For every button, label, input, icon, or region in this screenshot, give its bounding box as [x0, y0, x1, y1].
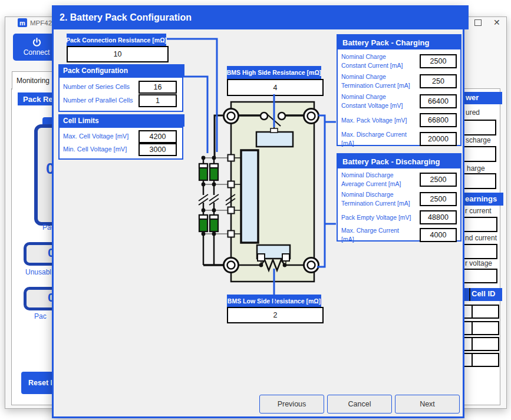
min-cell-voltage-label: Min. Cell Voltage [mV]: [63, 145, 127, 153]
discharging-row-3: Pack Empty Voltage [mV] 48800: [341, 210, 457, 225]
charging-row-1: Nominal ChargeConstant Current [mA] 2500: [341, 52, 457, 70]
bms-high-side-header: BMS High Side Resistance [mΩ]: [227, 66, 321, 79]
cell-id-header-label: Cell ID: [472, 289, 495, 298]
discharge-label: scharge: [466, 136, 491, 144]
pack-connection-resistance-header: Pack Connection Resistance [mΩ]: [67, 34, 166, 46]
charging-row-1-input[interactable]: 2500: [420, 54, 457, 68]
discharging-row-3-input[interactable]: 48800: [420, 210, 457, 224]
cell-limits-header: Cell Limits: [58, 114, 184, 127]
reset-button-label: Reset I: [28, 379, 52, 387]
charging-row-5-input[interactable]: 20000: [420, 132, 457, 146]
charging-row-4-label: Max. Pack Voltage [mV]: [341, 116, 407, 125]
tab-monitoring-label: Monitoring: [17, 77, 50, 85]
discharging-row-2-input[interactable]: 2500: [420, 192, 457, 206]
cell-row-3-id-input[interactable]: [472, 337, 499, 351]
charging-row-3-input[interactable]: 66400: [420, 94, 457, 108]
previous-button[interactable]: Previous: [259, 395, 324, 414]
discharging-row-4-input[interactable]: 4000: [420, 228, 457, 242]
connect-label: Connect: [24, 48, 50, 57]
bms-low-side-input[interactable]: 2: [227, 307, 324, 323]
discharging-panel: Battery Pack - Discharging Nominal Disch…: [337, 153, 461, 242]
discharging-row-3-label: Pack Empty Voltage [mV]: [341, 213, 411, 222]
pack2-label: Pac: [34, 312, 47, 320]
pack-configuration-header: Pack Configuration: [58, 64, 184, 77]
charging-row-5: Max. Discharge Current[mA] 20000: [341, 130, 457, 148]
discharging-row-1: Nominal DischargeAverage Current [mA] 25…: [341, 171, 457, 188]
discharging-row-1-label: Nominal DischargeAverage Current [mA]: [341, 171, 401, 188]
cell-row-4-id-input[interactable]: [472, 353, 499, 367]
charging-row-1-label: Nominal ChargeConstant Current [mA]: [341, 52, 403, 70]
charging-row-4: Max. Pack Voltage [mV] 66800: [341, 112, 457, 128]
max-cell-voltage-label: Max. Cell Voltage [mV]: [63, 133, 128, 140]
charging-row-3: Nominal ChargeConstant Voltage [mV] 6640…: [341, 92, 457, 110]
field2-label: nd current: [465, 234, 497, 242]
charging-row-2: Nominal ChargeTermination Current [mA] 2…: [341, 72, 457, 90]
charging-row-5-label: Max. Discharge Current[mA]: [341, 130, 407, 148]
charging-row-4-input[interactable]: 66800: [420, 113, 457, 127]
mps-logo-icon: m: [18, 18, 27, 27]
learnings-header-label: earnings: [465, 194, 497, 203]
discharging-panel-header: Battery Pack - Discharging: [338, 154, 460, 168]
cell-row-2-id-input[interactable]: [472, 321, 499, 335]
charging-row-3-label: Nominal ChargeConstant Voltage [mV]: [341, 92, 403, 110]
screen: m MPF4279 ✕ Connect Monitoring Pack Re 0…: [0, 0, 511, 420]
power-header-label: wer: [466, 93, 479, 102]
parallel-cells-label: Number of Parallel Cells: [63, 97, 133, 104]
maximize-button[interactable]: [474, 19, 482, 26]
charging-row-2-input[interactable]: 250: [420, 74, 457, 88]
max-cell-voltage-input[interactable]: 4200: [139, 130, 177, 143]
discharging-row-4-label: Max. Charge Current[mA]: [341, 226, 399, 244]
maximize-icon: [474, 19, 482, 26]
charging-panel: Battery Pack - Charging Nominal ChargeCo…: [337, 34, 461, 146]
pack-remaining-header-label: Pack Re: [23, 95, 53, 104]
bms-low-side-header: BMS Low Side Resistance [mΩ]: [227, 295, 321, 307]
min-cell-voltage-input[interactable]: 3000: [139, 143, 177, 156]
field1-label: r current: [465, 207, 492, 215]
charge-label: harge: [467, 164, 485, 173]
discharging-row-2-label: Nominal DischargeTermination Current [mA…: [341, 190, 410, 208]
dialog-titlebar[interactable]: 2. Battery Pack Configuration: [52, 5, 469, 29]
parallel-cells-input[interactable]: 1: [139, 94, 177, 107]
measured-label: ured: [466, 108, 480, 117]
next-button[interactable]: Next: [395, 395, 460, 414]
dialog-title: 2. Battery Pack Configuration: [60, 12, 192, 23]
cell-id-divider: [469, 288, 470, 301]
cancel-button[interactable]: Cancel: [327, 395, 392, 414]
discharging-row-1-input[interactable]: 2500: [420, 173, 457, 187]
close-button[interactable]: ✕: [493, 18, 500, 27]
power-icon: [32, 38, 42, 48]
pack-connection-resistance-input[interactable]: 10: [67, 46, 169, 62]
series-cells-label: Number of Series Cells: [63, 83, 130, 90]
unusable-label: Unusabl: [25, 268, 51, 276]
discharging-row-4: Max. Charge Current[mA] 4000: [341, 226, 457, 244]
charging-row-2-label: Nominal ChargeTermination Current [mA]: [341, 72, 410, 90]
cell-row-1-id-input[interactable]: [472, 305, 499, 319]
charging-panel-header: Battery Pack - Charging: [338, 35, 460, 49]
discharging-row-2: Nominal DischargeTermination Current [mA…: [341, 190, 457, 208]
series-cells-input[interactable]: 16: [139, 81, 177, 94]
field3-label: r voltage: [465, 259, 492, 267]
bms-high-side-input[interactable]: 4: [227, 79, 324, 96]
